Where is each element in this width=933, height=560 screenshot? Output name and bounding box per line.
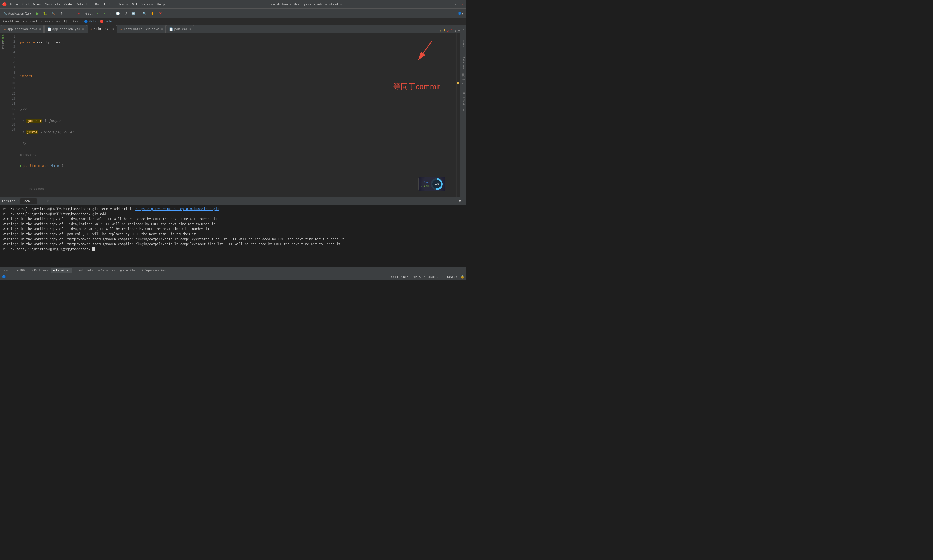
menu-edit[interactable]: Edit (22, 2, 29, 6)
debug-button[interactable]: 🐛 (42, 10, 49, 17)
todo-tab[interactable]: ≡ TODO (15, 268, 29, 273)
menu-code[interactable]: Code (64, 2, 72, 6)
breadcrumb-test[interactable]: test (73, 20, 80, 23)
terminal-minimize-icon[interactable]: — (463, 199, 465, 203)
profiler-tab[interactable]: ◉ Profiler (118, 268, 139, 273)
services-tab[interactable]: ◈ Services (96, 268, 117, 273)
tab-application-yml[interactable]: 📄 application.yml × (44, 25, 87, 33)
tab-more-button[interactable]: ⋮ (462, 29, 465, 33)
warnings-badge: ⚠ 6 (439, 29, 445, 33)
endpoints-tab[interactable]: ⌗ Endpoints (73, 268, 95, 273)
close-terminal-tab[interactable]: × (33, 200, 35, 203)
breadcrumb-main[interactable]: main (32, 20, 39, 23)
menu-refactor[interactable]: Refactor (75, 2, 91, 6)
run-config-icon: 🔧 (3, 12, 7, 15)
run-config-dropdown[interactable]: 🔧 Application (1) ▾ (2, 10, 33, 17)
git-translate-button[interactable]: 🔤 (130, 10, 137, 17)
terminal-cursor (92, 247, 94, 251)
project-panel-toggle[interactable]: Project (0, 35, 6, 40)
scroll-up-button[interactable]: ▲ (455, 29, 457, 33)
close-tab-application[interactable]: × (39, 28, 41, 31)
status-line-ending[interactable]: CRLF (402, 275, 409, 278)
breadcrumb-com[interactable]: com (54, 20, 60, 23)
tab-application-java[interactable]: ☕ Application.java × (1, 25, 44, 33)
app-logo-icon: 🔴 (2, 2, 7, 6)
git-push-button[interactable]: ✓ (101, 10, 107, 17)
terminal-options-button[interactable]: ▾ (45, 198, 51, 204)
git-url-link[interactable]: https://gitee.com/BFstudytoto/kaoshibao.… (135, 207, 219, 211)
menu-build[interactable]: Build (95, 2, 105, 6)
maven-panel-toggle[interactable]: Maven (461, 34, 466, 53)
close-tab-yml[interactable]: × (82, 28, 84, 31)
menu-file[interactable]: File (10, 2, 18, 6)
tab-label-yml: application.yml (52, 27, 80, 31)
menu-help[interactable]: Help (157, 2, 165, 6)
close-tab-main[interactable]: × (112, 28, 114, 31)
user-profile-button[interactable]: 👤▾ (456, 10, 465, 17)
bigdata-panel-toggle[interactable]: Big Data Tools (461, 73, 466, 92)
breadcrumb-java[interactable]: java (43, 20, 51, 23)
minimize-button[interactable]: ─ (448, 2, 453, 6)
stop-button[interactable]: ■ (76, 10, 81, 17)
notifications-panel-toggle[interactable]: Notifications (461, 92, 466, 111)
close-tab-testcontroller[interactable]: × (161, 28, 163, 31)
git-history-button[interactable]: 🕐 (114, 10, 122, 17)
status-left-info: 🔵 (2, 275, 6, 278)
git-branch-name[interactable]: master (446, 275, 457, 278)
breadcrumb-ljj[interactable]: ljj (63, 20, 69, 23)
status-indent[interactable]: 4 spaces (424, 275, 438, 278)
settings-button[interactable]: ⚙ (149, 10, 156, 17)
menu-window[interactable]: Window (142, 2, 153, 6)
code-body[interactable]: package com.ljj.test; import ... /** * @… (17, 33, 456, 197)
terminal-line-4: warning: in the working copy of '.idea/k… (3, 222, 464, 227)
editor-scrollbar[interactable] (456, 33, 460, 197)
coverage-button[interactable]: ☂ (59, 10, 65, 17)
close-button[interactable]: ✕ (460, 2, 464, 6)
menu-tools[interactable]: Tools (118, 2, 128, 6)
tab-pom-xml[interactable]: 📄 pom.xml × (166, 25, 194, 33)
help-tooltip-button[interactable]: ❓ (157, 10, 164, 17)
close-tab-pom[interactable]: × (189, 28, 191, 31)
scroll-down-button[interactable]: ▼ (458, 29, 460, 33)
build-button[interactable]: 🔨 (50, 10, 57, 17)
menu-navigate[interactable]: Navigate (45, 2, 60, 6)
terminal-content[interactable]: PS C:\Users\ljj\Desktop\临时工作空间\kaoshibao… (0, 205, 466, 267)
breadcrumb-class[interactable]: Main (89, 20, 96, 23)
breadcrumb-method[interactable]: main (105, 20, 112, 23)
menu-view[interactable]: View (33, 2, 41, 6)
terminal-settings-icon[interactable]: ⚙ (459, 199, 461, 203)
breadcrumb-project[interactable]: kaoshibao (3, 20, 19, 23)
run-button[interactable]: ▶ (34, 10, 40, 17)
tab-testcontroller-java[interactable]: ☕ TestController.java × (117, 25, 166, 33)
breadcrumb-src[interactable]: src (23, 20, 28, 23)
git-commit-button[interactable]: ✓ (94, 10, 100, 17)
menu-git[interactable]: Git (132, 2, 138, 6)
new-terminal-button[interactable]: + (38, 198, 44, 204)
run-arrow[interactable]: ▶ (20, 163, 22, 169)
menu-run[interactable]: Run (109, 2, 114, 6)
code-line-2 (20, 51, 454, 57)
problems-tab[interactable]: ⚠ Problems (29, 268, 51, 273)
network-monitor: ↑ 0k/s ↓ 0k/s 52% (419, 177, 445, 191)
more-run-options[interactable]: ⋯ (66, 10, 72, 17)
git-rollback-button[interactable]: ↺ (123, 10, 129, 17)
tab-main-java[interactable]: ☕ Main.java × (88, 25, 117, 33)
git-update-button[interactable]: ↑ (108, 10, 113, 17)
profiler-tab-label: Profiler (123, 269, 137, 272)
maximize-button[interactable]: □ (454, 2, 459, 6)
code-line-3 (20, 62, 454, 68)
dependencies-tab[interactable]: ⊞ Dependencies (140, 268, 168, 273)
chevron-down-icon: ▾ (30, 12, 31, 15)
terminal-local-tab[interactable]: Local × (20, 198, 37, 204)
tab-icon-main: ☕ (91, 27, 92, 31)
editor-content[interactable]: 1 2 3 4 5 6 7 8 9 10 11 12 13 14 (6, 33, 456, 197)
status-charset[interactable]: UTF-8 (412, 275, 420, 278)
git-tab[interactable]: ⑂ Git (2, 268, 14, 273)
search-everywhere-button[interactable]: 🔍 (141, 10, 148, 17)
database-panel-toggle[interactable]: Database (461, 54, 466, 72)
left-gutter: Project Commit (0, 33, 6, 197)
commit-panel-toggle[interactable]: Commit (0, 42, 6, 48)
code-line-6 (20, 96, 454, 102)
bottom-tool-tabs: ⑂ Git ≡ TODO ⚠ Problems ▶ Terminal ⌗ End… (0, 267, 466, 274)
terminal-tab[interactable]: ▶ Terminal (51, 268, 72, 273)
